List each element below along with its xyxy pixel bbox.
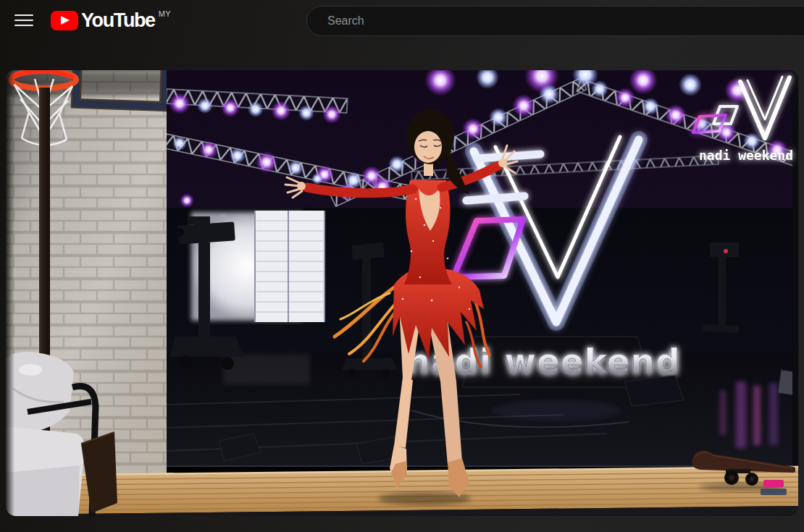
floor-sticker-pink (763, 480, 784, 487)
hamburger-line (14, 20, 33, 21)
region-code: MY (159, 9, 172, 18)
floor-sticker-blue (761, 489, 787, 495)
youtube-logo[interactable]: YouTube MY (51, 9, 171, 33)
edge-vignette (6, 70, 14, 516)
hamburger-line (14, 14, 33, 16)
hamburger-line (14, 25, 33, 26)
youtube-wordmark: YouTube (81, 9, 155, 33)
video-player[interactable]: nadi weekend nadi weekend (6, 70, 798, 516)
youtube-page: { "header": { "brand": "YouTube", "regio… (0, 0, 804, 532)
youtube-play-icon (51, 11, 78, 30)
top-bar: YouTube MY (0, 0, 804, 41)
search-box (306, 6, 804, 36)
search-input[interactable] (326, 14, 804, 28)
watermark-text: nadi weekend (699, 148, 793, 163)
hamburger-menu-icon[interactable] (9, 6, 38, 35)
